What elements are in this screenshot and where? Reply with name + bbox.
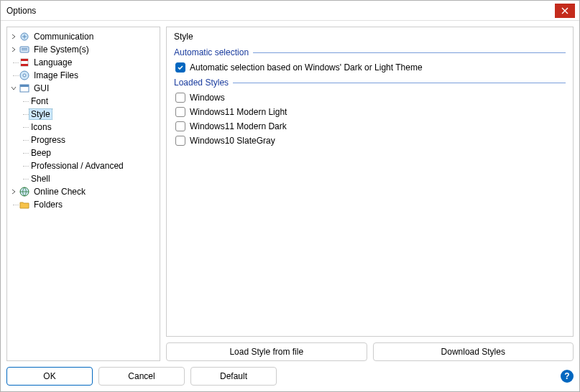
tree-label: Icons bbox=[29, 122, 54, 132]
group-divider bbox=[233, 83, 566, 83]
panel-title: Style bbox=[174, 32, 566, 42]
checkbox-icon bbox=[175, 107, 185, 117]
svg-rect-3 bbox=[22, 50, 27, 50]
titlebar: Options bbox=[1, 1, 579, 21]
close-icon bbox=[561, 7, 569, 14]
group-automatic-selection: Automatic selection bbox=[174, 47, 566, 57]
tree-label: File System(s) bbox=[32, 45, 91, 55]
right-panel: Style Automatic selection Automatic sele… bbox=[166, 27, 574, 361]
folder-icon bbox=[19, 199, 30, 210]
help-icon: ? bbox=[564, 371, 569, 381]
tree-item-folders[interactable]: Folders bbox=[9, 198, 158, 211]
flag-icon bbox=[19, 57, 30, 68]
tree-label: Shell bbox=[29, 174, 52, 184]
checkbox-style-win11-light[interactable]: Windows11 Modern Light bbox=[174, 105, 566, 119]
checkbox-label: Windows bbox=[190, 93, 225, 103]
globe-icon bbox=[19, 186, 30, 197]
checkbox-icon bbox=[175, 93, 185, 103]
svg-point-8 bbox=[23, 74, 26, 77]
ok-button[interactable]: OK bbox=[6, 367, 93, 386]
checkbox-label: Windows11 Modern Light bbox=[190, 107, 287, 117]
tree-item-gui[interactable]: GUI bbox=[9, 82, 158, 95]
tree-label: Professional / Advanced bbox=[29, 161, 126, 171]
style-panel: Style Automatic selection Automatic sele… bbox=[166, 27, 574, 337]
default-button[interactable]: Default bbox=[190, 367, 277, 386]
tree-label: Style bbox=[29, 108, 52, 120]
tree-item-communication[interactable]: Communication bbox=[9, 30, 158, 43]
cancel-button[interactable]: Cancel bbox=[98, 367, 185, 386]
chevron-down-icon[interactable] bbox=[9, 85, 19, 91]
window-title: Options bbox=[1, 6, 555, 16]
tree-item-style[interactable]: Style bbox=[9, 108, 158, 121]
checkbox-icon bbox=[175, 136, 185, 146]
chevron-right-icon[interactable] bbox=[9, 189, 19, 195]
tree-item-filesystem[interactable]: File System(s) bbox=[9, 43, 158, 56]
window-icon bbox=[19, 83, 30, 94]
options-dialog: Options Communication File System(s) bbox=[0, 0, 580, 392]
checkbox-style-win10-slategray[interactable]: Windows10 SlateGray bbox=[174, 134, 566, 148]
svg-rect-2 bbox=[22, 48, 27, 49]
group-divider bbox=[253, 52, 566, 53]
help-button[interactable]: ? bbox=[561, 370, 574, 383]
svg-rect-10 bbox=[20, 85, 29, 87]
checkbox-icon bbox=[175, 121, 185, 131]
group-loaded-styles: Loaded Styles bbox=[174, 78, 566, 88]
close-button[interactable] bbox=[555, 4, 575, 18]
tree-label: Communication bbox=[32, 32, 96, 42]
download-styles-button[interactable]: Download Styles bbox=[373, 342, 574, 361]
tree-label: Language bbox=[32, 57, 74, 67]
tree-label: GUI bbox=[32, 83, 51, 93]
tree-item-icons[interactable]: Icons bbox=[9, 121, 158, 134]
checkbox-auto-theme[interactable]: Automatic selection based on Windows' Da… bbox=[174, 60, 566, 75]
communication-icon bbox=[19, 31, 30, 42]
dialog-button-row: OK Cancel Default ? bbox=[6, 367, 574, 386]
dialog-body: Communication File System(s) Language bbox=[1, 21, 579, 391]
drive-icon bbox=[19, 44, 30, 55]
tree-item-professional[interactable]: Professional / Advanced bbox=[9, 159, 158, 172]
button-label: Load Style from file bbox=[229, 347, 303, 357]
tree-item-imagefiles[interactable]: Image Files bbox=[9, 69, 158, 82]
tree-label: Image Files bbox=[32, 70, 80, 80]
category-tree[interactable]: Communication File System(s) Language bbox=[6, 27, 160, 361]
tree-item-beep[interactable]: Beep bbox=[9, 146, 158, 159]
tree-label: Progress bbox=[29, 135, 68, 145]
checkbox-label: Windows11 Modern Dark bbox=[190, 121, 287, 131]
tree-item-font[interactable]: Font bbox=[9, 95, 158, 108]
button-label: Default bbox=[220, 371, 247, 381]
tree-label: Online Check bbox=[32, 187, 88, 197]
button-label: Cancel bbox=[128, 371, 155, 381]
style-buttons-row: Load Style from file Download Styles bbox=[166, 342, 574, 361]
tree-label: Beep bbox=[29, 148, 53, 158]
tree-item-progress[interactable]: Progress bbox=[9, 134, 158, 146]
chevron-right-icon[interactable] bbox=[9, 47, 19, 52]
tree-label: Folders bbox=[32, 200, 65, 210]
chevron-right-icon[interactable] bbox=[9, 34, 19, 39]
group-label: Automatic selection bbox=[174, 47, 249, 57]
svg-rect-5 bbox=[21, 59, 28, 61]
checkbox-style-win11-dark[interactable]: Windows11 Modern Dark bbox=[174, 119, 566, 134]
button-label: Download Styles bbox=[441, 347, 505, 357]
tree-label: Font bbox=[29, 96, 50, 106]
group-label: Loaded Styles bbox=[174, 78, 229, 88]
tree-item-onlinecheck[interactable]: Online Check bbox=[9, 185, 158, 198]
tree-item-shell[interactable]: Shell bbox=[9, 172, 158, 185]
main-row: Communication File System(s) Language bbox=[6, 27, 574, 361]
button-label: OK bbox=[43, 371, 55, 381]
checkbox-icon bbox=[175, 62, 185, 73]
checkbox-style-windows[interactable]: Windows bbox=[174, 90, 566, 105]
svg-rect-6 bbox=[21, 64, 28, 66]
load-style-button[interactable]: Load Style from file bbox=[166, 342, 367, 361]
disc-icon bbox=[19, 70, 30, 81]
checkbox-label: Windows10 SlateGray bbox=[190, 136, 275, 146]
tree-item-language[interactable]: Language bbox=[9, 56, 158, 69]
checkbox-label: Automatic selection based on Windows' Da… bbox=[190, 62, 423, 73]
